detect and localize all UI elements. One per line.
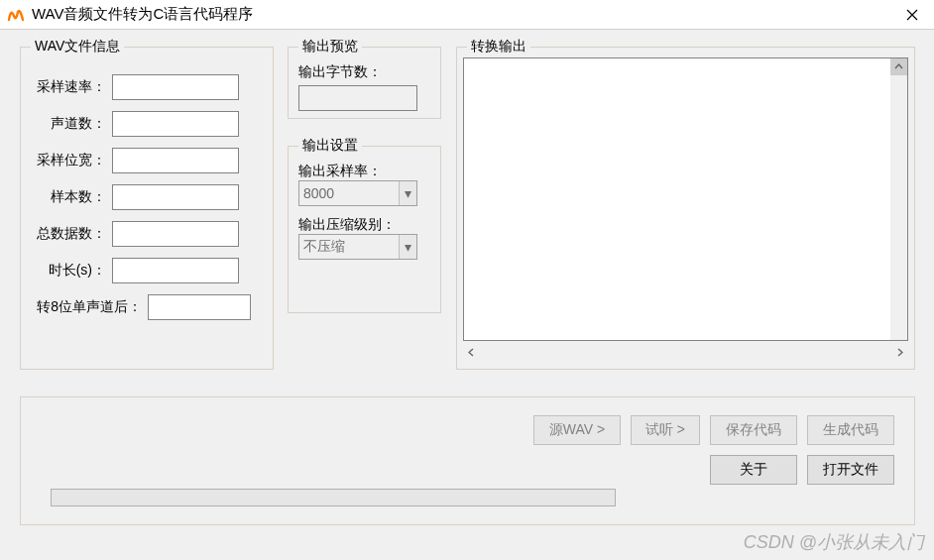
- save-code-button: 保存代码: [710, 415, 797, 445]
- bit-depth-label: 采样位宽：: [31, 152, 112, 169]
- samples-label: 样本数：: [31, 188, 112, 206]
- out-rate-value: 8000: [303, 185, 334, 201]
- compress-select[interactable]: 不压缩 ▾: [298, 234, 417, 260]
- compress-value: 不压缩: [303, 238, 345, 256]
- vertical-scrollbar[interactable]: [890, 58, 907, 340]
- chevron-down-icon: ▾: [399, 235, 416, 259]
- progress-bar: [51, 489, 616, 506]
- app-icon: [6, 5, 26, 25]
- channels-field[interactable]: [112, 111, 239, 137]
- client-area: WAV文件信息 采样速率： 声道数： 采样位宽： 样本数： 总数据数： 时长(s…: [0, 30, 934, 560]
- settings-legend: 输出设置: [298, 137, 362, 155]
- group-wav-info: WAV文件信息 采样速率： 声道数： 采样位宽： 样本数： 总数据数： 时长(s…: [20, 38, 274, 370]
- watermark: CSDN @小张从未入门: [744, 530, 924, 554]
- group-convert-output: 转换输出: [456, 38, 915, 370]
- output-legend: 转换输出: [467, 38, 530, 56]
- title-bar: WAV音频文件转为C语言代码程序: [0, 0, 934, 30]
- scroll-right-icon[interactable]: [891, 344, 908, 361]
- compress-label: 输出压缩级别：: [298, 216, 430, 234]
- duration-label: 时长(s)：: [31, 262, 112, 280]
- mono8-label: 转8位单声道后：: [31, 298, 148, 316]
- sample-rate-label: 采样速率：: [31, 78, 112, 96]
- sample-rate-field[interactable]: [112, 74, 239, 100]
- window-title: WAV音频文件转为C语言代码程序: [32, 5, 889, 24]
- out-rate-select[interactable]: 8000 ▾: [298, 180, 417, 206]
- chevron-down-icon: ▾: [399, 181, 416, 205]
- about-button[interactable]: 关于: [710, 455, 797, 485]
- close-button[interactable]: [889, 0, 934, 29]
- duration-field[interactable]: [112, 258, 239, 283]
- mono8-field[interactable]: [148, 294, 251, 320]
- source-wav-button: 源WAV >: [533, 415, 621, 445]
- horizontal-scrollbar[interactable]: [463, 343, 908, 361]
- samples-field[interactable]: [112, 184, 239, 210]
- scroll-up-icon[interactable]: [890, 58, 907, 75]
- bytes-label: 输出字节数：: [298, 63, 430, 81]
- open-file-button[interactable]: 打开文件: [807, 455, 894, 485]
- wav-info-legend: WAV文件信息: [31, 38, 124, 56]
- listen-button: 试听 >: [631, 415, 700, 445]
- group-output-preview: 输出预览 输出字节数：: [288, 38, 441, 119]
- data-size-field[interactable]: [112, 221, 239, 247]
- scroll-left-icon[interactable]: [463, 344, 480, 361]
- bottom-panel: 源WAV > 试听 > 保存代码 生成代码 关于 打开文件: [20, 396, 915, 525]
- channels-label: 声道数：: [31, 115, 112, 133]
- bit-depth-field[interactable]: [112, 148, 239, 173]
- group-output-settings: 输出设置 输出采样率： 8000 ▾ 输出压缩级别： 不压缩 ▾: [288, 137, 441, 313]
- out-rate-label: 输出采样率：: [298, 163, 430, 180]
- generate-code-button: 生成代码: [807, 415, 894, 445]
- output-textarea[interactable]: [463, 57, 908, 341]
- data-size-label: 总数据数：: [31, 225, 112, 243]
- bytes-field: [298, 85, 417, 111]
- preview-legend: 输出预览: [298, 38, 362, 56]
